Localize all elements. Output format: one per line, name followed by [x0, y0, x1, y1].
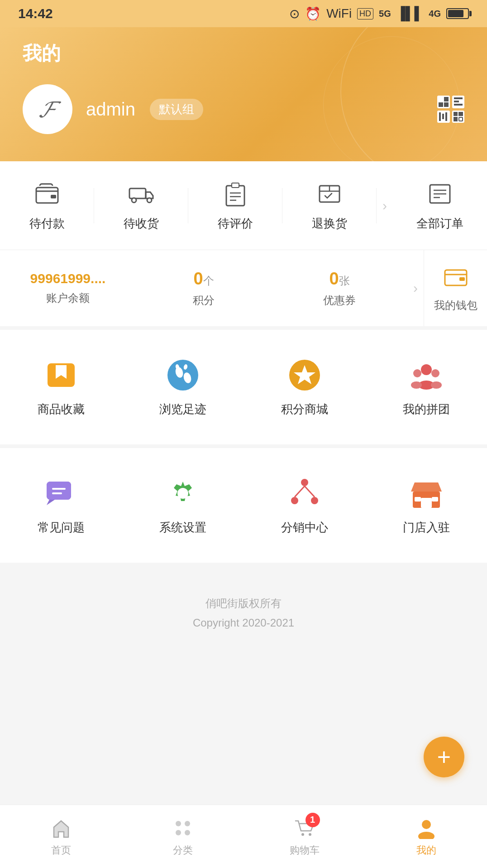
- footer-line1: 俏吧街版权所有: [9, 593, 478, 613]
- footer-line2: Copyright 2020-2021: [9, 613, 478, 632]
- nav-home-label: 首页: [51, 844, 71, 857]
- order-label-all: 全部订单: [416, 216, 463, 231]
- nav-cart[interactable]: 1 购物车: [244, 810, 365, 863]
- user-name: admin: [86, 99, 135, 120]
- footer: 俏吧街版权所有 Copyright 2020-2021: [0, 566, 487, 660]
- svg-point-54: [418, 832, 434, 839]
- grid-row-1: 商品收藏 浏览足迹 积分商城: [0, 339, 487, 435]
- header: 我的 𝓕 admin 默认组: [0, 27, 487, 161]
- grid-section-2: 常见问题 系统设置 分销中心: [0, 448, 487, 563]
- clipboard-icon: [221, 179, 250, 208]
- grid-section-1: 商品收藏 浏览足迹 积分商城: [0, 330, 487, 444]
- grid-item-group-buy[interactable]: 我的拼团: [365, 339, 487, 435]
- balance-stat[interactable]: 99961999.... 账户余额: [0, 255, 136, 322]
- grid-label-favorites: 商品收藏: [38, 401, 85, 417]
- order-label-pending-review: 待评价: [218, 216, 253, 231]
- footprint-icon: [165, 357, 201, 393]
- qr-code-button[interactable]: [437, 96, 464, 123]
- grid-item-settings[interactable]: 系统设置: [122, 457, 244, 554]
- svg-rect-35: [52, 488, 66, 490]
- svg-rect-36: [52, 492, 62, 494]
- user-info: 𝓕 admin 默认组: [23, 84, 464, 134]
- user-group-badge: 默认组: [150, 99, 203, 120]
- grid-label-distribution: 分销中心: [281, 520, 328, 535]
- svg-line-42: [305, 486, 315, 497]
- grid-label-history: 浏览足迹: [159, 401, 206, 417]
- svg-rect-6: [232, 183, 239, 188]
- avatar-icon: 𝓕: [39, 96, 56, 123]
- cart-badge: 1: [306, 813, 320, 827]
- grid-item-store[interactable]: 门店入驻: [365, 457, 487, 554]
- svg-point-53: [422, 820, 431, 829]
- coupons-value: 0张: [329, 269, 349, 289]
- grid-item-distribution[interactable]: 分销中心: [244, 457, 365, 554]
- svg-point-47: [176, 821, 181, 826]
- wallet-stat[interactable]: 我的钱包: [424, 250, 487, 326]
- avatar[interactable]: 𝓕: [23, 84, 72, 134]
- coupons-stat[interactable]: 0张 优惠券: [272, 253, 407, 324]
- svg-line-41: [295, 486, 305, 497]
- wifi-icon: WiFi: [326, 6, 352, 21]
- group-icon: [408, 357, 444, 393]
- order-section: 待付款 待收货 待评价: [0, 161, 487, 250]
- page-title: 我的: [23, 41, 464, 66]
- status-bar: 14:42 ⊙ ⏰ WiFi HD 5G ▐▌▌ 4G: [0, 0, 487, 27]
- svg-rect-46: [432, 497, 438, 502]
- stats-section: 99961999.... 账户余额 0个 积分 0张 优惠券 › 我的钱包: [0, 250, 487, 330]
- svg-point-51: [301, 833, 304, 836]
- bookmark-icon: [43, 357, 79, 393]
- grid-item-faq[interactable]: 常见问题: [0, 457, 122, 554]
- grid-item-favorites[interactable]: 商品收藏: [0, 339, 122, 435]
- svg-rect-2: [129, 188, 146, 198]
- order-section-chevron: ›: [377, 188, 393, 224]
- order-label-pending-pay: 待付款: [29, 216, 65, 231]
- svg-point-3: [132, 198, 136, 203]
- svg-point-40: [311, 497, 318, 504]
- fab-button[interactable]: +: [424, 737, 464, 777]
- grid-item-points-mall[interactable]: 积分商城: [244, 339, 365, 435]
- chat-icon: [43, 475, 79, 511]
- svg-point-50: [185, 830, 190, 835]
- points-stat[interactable]: 0个 积分: [136, 253, 272, 324]
- svg-rect-34: [47, 482, 71, 500]
- order-item-exchange[interactable]: 退换货: [282, 161, 377, 250]
- svg-point-28: [413, 369, 421, 377]
- svg-rect-44: [421, 498, 432, 508]
- svg-point-37: [177, 488, 188, 499]
- list-icon: [425, 179, 454, 208]
- svg-point-52: [309, 833, 311, 836]
- svg-rect-1: [51, 195, 56, 198]
- svg-point-29: [431, 369, 439, 377]
- order-label-pending-receive: 待收货: [124, 216, 159, 231]
- grid-label-group-buy: 我的拼团: [403, 401, 450, 417]
- signal-icon: ▐▌▌: [396, 6, 424, 21]
- order-item-pending-receive[interactable]: 待收货: [94, 161, 188, 250]
- grid-item-history[interactable]: 浏览足迹: [122, 339, 244, 435]
- svg-point-4: [147, 198, 152, 203]
- order-label-exchange: 退换货: [312, 216, 347, 231]
- nav-mine[interactable]: 我的: [365, 810, 487, 863]
- nav-category[interactable]: 分类: [122, 810, 244, 863]
- svg-point-20: [167, 360, 198, 391]
- nav-category-label: 分类: [173, 844, 193, 857]
- wallet-label: 我的钱包: [434, 298, 477, 313]
- grid-label-settings: 系统设置: [159, 520, 206, 535]
- category-icon: [171, 816, 195, 840]
- status-icons: ⊙ ⏰ WiFi HD 5G ▐▌▌ 4G: [289, 6, 469, 21]
- order-item-all[interactable]: 全部订单: [393, 161, 487, 250]
- user-details: admin 默认组: [86, 99, 203, 120]
- svg-rect-18: [459, 277, 465, 281]
- nav-mine-label: 我的: [416, 844, 436, 857]
- order-item-pending-pay[interactable]: 待付款: [0, 161, 94, 250]
- order-item-pending-review[interactable]: 待评价: [188, 161, 282, 250]
- 4g-icon: 4G: [429, 9, 441, 19]
- svg-point-39: [291, 497, 298, 504]
- wallet-icon: [442, 264, 469, 293]
- store-icon: [408, 475, 444, 511]
- hd-icon: HD: [357, 8, 373, 19]
- svg-point-48: [185, 821, 190, 826]
- svg-rect-5: [226, 186, 244, 206]
- nav-home[interactable]: 首页: [0, 810, 122, 863]
- wallet-icon: [33, 179, 62, 208]
- grid-label-points-mall: 积分商城: [281, 401, 328, 417]
